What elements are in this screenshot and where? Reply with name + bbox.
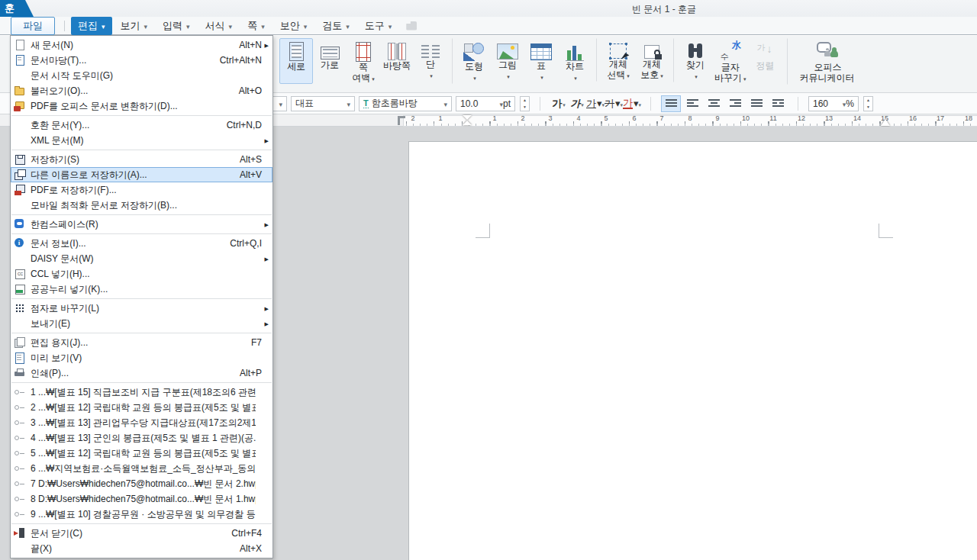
file-menu-item-icon xyxy=(14,253,26,265)
font-size-stepper[interactable] xyxy=(520,96,530,111)
file-menu-item[interactable]: XML 문서(M) ▶ xyxy=(11,133,272,148)
chevron-down-icon: ▾ xyxy=(372,76,375,82)
alignment-button[interactable] xyxy=(725,95,745,112)
file-menu-item[interactable]: 새 문서(N) Alt+N ▶ xyxy=(11,37,272,53)
menu-item[interactable]: 도구 xyxy=(358,17,399,35)
file-menu-item[interactable]: 9 ...₩[별표 10] 경찰공무원 · 소방공무원 및 의무경찰 등의.. xyxy=(11,507,272,522)
alignment-button[interactable] xyxy=(746,95,766,112)
ruler-number: 11 xyxy=(769,115,776,122)
file-menu-item[interactable]: DAISY 문서(W) ▶ xyxy=(11,251,272,266)
file-menu-item[interactable]: 문서 정보(I)... Ctrl+Q,I xyxy=(11,236,272,251)
ribbon-button-label: 그림 xyxy=(498,60,517,71)
file-menu-item[interactable]: 8 D:₩Users₩hidechen75@hotmail.co...₩빈 문서… xyxy=(11,491,272,507)
file-menu-item[interactable]: 5 ...₩[별표 12] 국립대학 교원 등의 봉급표(제5조 및 별표.. xyxy=(11,446,272,461)
file-menu-item[interactable]: 호환 문서(Y)... Ctrl+N,D xyxy=(11,117,272,133)
ribbon-button[interactable]: 바탕쪽 xyxy=(380,38,414,83)
file-menu-item[interactable]: 문서마당(T)... Ctrl+Alt+N xyxy=(11,53,272,68)
file-menu-item[interactable]: 불러오기(O)... Alt+O xyxy=(11,83,272,98)
line-spacing-stepper[interactable] xyxy=(863,96,873,111)
ribbon-button[interactable]: 글자 바꾸기▾ xyxy=(712,38,749,85)
file-menu-item[interactable]: PDF를 오피스 문서로 변환하기(D)... xyxy=(11,98,272,114)
file-menu-item[interactable]: 저장하기(S) Alt+S xyxy=(11,152,272,167)
file-menu-item-icon xyxy=(14,317,26,330)
text-style-button[interactable]: 가 ▾ xyxy=(605,96,622,111)
file-menu-item[interactable]: 4 ...₩[별표 13] 군인의 봉급표(제5조 및 별표 1 관련)(공.. xyxy=(11,430,272,446)
file-menu-item[interactable]: 보내기(E) ▶ xyxy=(11,316,272,331)
file-menu-item-label: 8 D:₩Users₩hidechen75@hotmail.co...₩빈 문서… xyxy=(31,493,256,506)
alignment-button[interactable] xyxy=(661,95,681,112)
spin-down-icon[interactable] xyxy=(864,104,872,111)
ribbon-button-label2 xyxy=(295,72,297,82)
menu-item[interactable]: 검토 xyxy=(315,17,356,35)
chevron-down-icon xyxy=(443,98,447,109)
line-spacing-combo[interactable]: 160 % xyxy=(808,96,859,111)
file-menu-item[interactable]: 점자로 바꾸기(L) ▶ xyxy=(11,301,272,316)
file-menu-item[interactable]: 다른 이름으로 저장하기(A)... Alt+V xyxy=(11,167,272,182)
font-combo[interactable]: T 함초롬바탕 xyxy=(359,96,452,111)
menu-item[interactable]: 쪽 xyxy=(240,17,272,35)
alignment-button[interactable] xyxy=(704,95,724,112)
text-style-button[interactable]: 가 xyxy=(550,96,567,111)
alignment-button[interactable] xyxy=(682,95,702,112)
chevron-down-icon xyxy=(186,20,190,31)
ribbon-button[interactable]: 개체 보호▾ xyxy=(635,38,669,82)
ribbon-button[interactable]: 정렬 xyxy=(749,38,782,83)
ribbon-button[interactable]: 찾기 ▾ xyxy=(673,38,712,82)
ribbon-button[interactable]: 단 ▾ xyxy=(414,38,447,82)
ribbon-button[interactable]: 쪽 여백▾ xyxy=(347,38,380,85)
ribbon-button[interactable]: 오피스 커뮤니케이터 xyxy=(787,38,864,85)
file-menu-item[interactable]: CCL 넣기(H)... xyxy=(11,266,272,282)
menu-item[interactable]: 편집 xyxy=(71,17,112,35)
menu-file-button[interactable]: 파일 xyxy=(11,17,55,35)
file-menu-item[interactable]: 모바일 최적화 문서로 저장하기(B)... xyxy=(11,198,272,213)
spin-down-icon[interactable] xyxy=(521,104,529,111)
file-menu-item[interactable]: 끝(X) Alt+X xyxy=(11,541,272,556)
file-menu-item[interactable]: 문서 시작 도우미(G) xyxy=(11,68,272,83)
spin-up-icon[interactable] xyxy=(864,97,872,104)
file-menu-item[interactable]: 인쇄(P)... Alt+P xyxy=(11,365,272,381)
style-set-combo[interactable]: 대표 xyxy=(291,96,355,111)
file-menu-item[interactable]: 공공누리 넣기(K)... xyxy=(11,282,272,297)
ribbon-button[interactable]: 도형 ▾ xyxy=(452,38,491,84)
menu-item[interactable]: 보안 xyxy=(273,17,314,35)
file-menu-item[interactable]: 미리 보기(V) xyxy=(11,350,272,365)
file-menu-item-icon xyxy=(14,542,26,555)
ribbon-button[interactable]: 그림 ▾ xyxy=(491,38,524,82)
spin-up-icon[interactable] xyxy=(521,97,529,104)
document-page[interactable] xyxy=(408,141,977,560)
right-margin-marker[interactable] xyxy=(881,119,890,126)
file-menu-item[interactable]: 한컴스페이스(R) ▶ xyxy=(11,217,272,232)
app-logo[interactable]: 훈 xyxy=(0,0,34,17)
text-style-button[interactable]: 가 ▾ xyxy=(587,96,604,111)
menu-item[interactable]: 입력 xyxy=(156,17,197,35)
file-menu-item[interactable]: 편집 용지(J)... F7 xyxy=(11,335,272,350)
ribbon-button[interactable]: 표 ▾ xyxy=(524,38,558,83)
ribbon-button[interactable]: 차트 ▾ xyxy=(558,38,592,84)
menu-item[interactable]: 보기 xyxy=(114,17,155,35)
file-menu-item[interactable]: 7 D:₩Users₩hidechen75@hotmail.co...₩빈 문서… xyxy=(11,476,272,491)
align-center-icon xyxy=(708,98,720,108)
ribbon-button[interactable]: 개체 선택▾ xyxy=(596,38,635,82)
menu-bar: 파일 편집 보기 입력 서식 쪽 xyxy=(0,17,977,35)
chevron-down-icon: ▾ xyxy=(660,73,663,79)
file-menu-item[interactable]: 3 ...₩[별표 13] 관리업무수당 지급대상표(제17조의2제1항.. xyxy=(11,415,272,430)
file-menu-item[interactable]: 2 ...₩[별표 12] 국립대학 교원 등의 봉급표(제5조 및 별표.. xyxy=(11,400,272,415)
ribbon-button-label: 표 xyxy=(537,61,546,72)
format-divider xyxy=(798,97,798,111)
text-style-label: 가 xyxy=(623,98,633,109)
indent-marker-icon[interactable] xyxy=(463,115,472,125)
file-menu-item[interactable]: PDF로 저장하기(F)... xyxy=(11,182,272,198)
file-menu-item[interactable]: 문서 닫기(C) Ctrl+F4 xyxy=(11,526,272,541)
text-style-button[interactable]: 가 xyxy=(569,96,585,111)
tab-selector-icon[interactable] xyxy=(398,116,405,125)
file-menu-item[interactable]: 1 ...₩[별표 15] 직급보조비 지급 구분표(제18조의6 관련).. xyxy=(11,385,272,400)
ribbon-button[interactable]: 가로 xyxy=(313,38,347,82)
text-style-button[interactable]: 가 ▾ xyxy=(624,96,640,111)
font-size-combo[interactable]: 10.0 pt xyxy=(456,96,515,111)
alignment-button[interactable] xyxy=(768,95,788,112)
ribbon-button[interactable]: 세로 xyxy=(279,38,313,84)
edit-paper-icon xyxy=(14,336,26,349)
text-style-label: 가 xyxy=(586,98,596,108)
file-menu-item[interactable]: 6 ...₩지역보험료·소득월액보험료_소득_정산부과_동의서... xyxy=(11,461,272,476)
menu-item[interactable]: 서식 xyxy=(198,17,240,35)
